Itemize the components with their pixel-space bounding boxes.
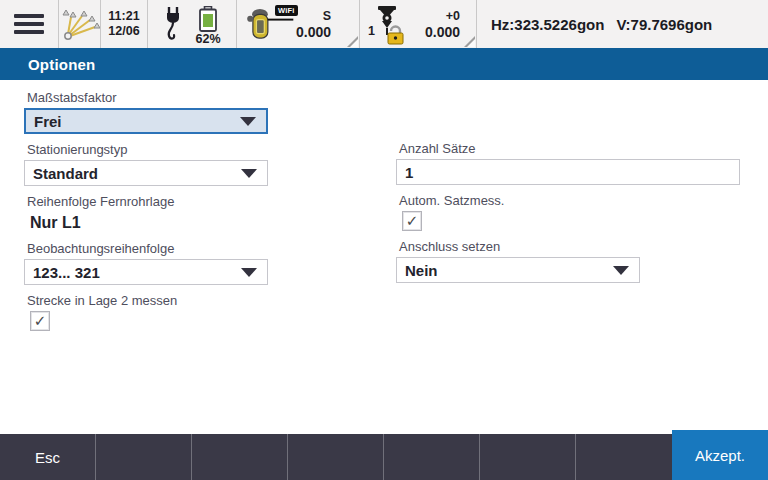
softkey-empty-2 <box>192 434 288 480</box>
clock-tile[interactable]: 11:21 12/06 <box>101 0 148 48</box>
chevron-down-icon <box>240 117 256 126</box>
set-backsight-dropdown[interactable]: Nein <box>396 257 640 283</box>
hamburger-icon <box>14 10 44 39</box>
measure-distance-face2-label: Strecke in Lage 2 messen <box>27 294 268 308</box>
face-order-label: Reihenfolge Fernrohrlage <box>27 195 268 209</box>
observation-order-value: 123... 321 <box>33 264 100 281</box>
softkey-empty-5 <box>480 434 576 480</box>
form-left-column: Maßstabsfaktor Frei Stationierungstyp St… <box>24 91 268 340</box>
checkmark-icon: ✓ <box>34 312 47 330</box>
accept-button[interactable]: Akzept. <box>672 430 768 480</box>
station-type-label: Stationierungstyp <box>27 143 268 157</box>
battery-percent: 62% <box>195 32 220 46</box>
chevron-down-icon <box>613 266 629 275</box>
v-angle: V:79.7696gon <box>616 16 712 33</box>
battery-icon <box>198 6 218 32</box>
field-station-type: Stationierungstyp Standard <box>24 143 268 186</box>
instrument-mode-label: S <box>323 8 331 24</box>
set-backsight-value: Nein <box>405 262 438 279</box>
field-observation-order: Beobachtungsreihenfolge 123... 321 <box>24 242 268 285</box>
power-status-tile[interactable]: 62% <box>148 0 237 48</box>
field-measure-distance-face2: Strecke in Lage 2 messen ✓ <box>24 294 268 331</box>
number-of-rounds-label: Anzahl Sätze <box>399 142 740 156</box>
esc-button[interactable]: Esc <box>0 434 96 480</box>
field-number-of-rounds: Anzahl Sätze <box>396 142 740 185</box>
instrument-value: 0.000 <box>296 24 331 40</box>
instrument-connection-tile[interactable]: WiFi S 0.000 <box>237 0 360 48</box>
time-text: 11:21 <box>108 9 139 24</box>
scale-factor-value: Frei <box>34 113 62 130</box>
station-type-value: Standard <box>33 165 98 182</box>
scale-factor-label: Maßstabsfaktor <box>27 91 268 105</box>
target-prism-tile[interactable]: 1 +0 0.000 <box>360 0 477 48</box>
softkey-empty-6 <box>576 434 672 480</box>
station-type-dropdown[interactable]: Standard <box>24 160 268 186</box>
resection-rays-icon <box>60 6 100 42</box>
target-height: +0 <box>446 8 460 24</box>
chevron-down-icon <box>241 169 257 178</box>
checkmark-icon: ✓ <box>406 212 419 230</box>
chevron-down-icon <box>241 268 257 277</box>
field-scale-factor: Maßstabsfaktor Frei <box>24 91 268 134</box>
number-of-rounds-input[interactable] <box>396 159 740 185</box>
esc-label: Esc <box>35 449 60 466</box>
hz-angle: Hz:323.5226gon <box>491 16 604 33</box>
measure-distance-face2-checkbox[interactable]: ✓ <box>30 311 50 331</box>
observation-order-dropdown[interactable]: 123... 321 <box>24 259 268 285</box>
wifi-badge: WiFi <box>275 5 298 16</box>
scale-factor-dropdown[interactable]: Frei <box>24 108 268 134</box>
face-order-value: Nur L1 <box>30 213 268 232</box>
field-set-backsight: Anschluss setzen Nein <box>396 240 740 283</box>
field-auto-round-measurement: Autom. Satzmess. ✓ <box>396 194 740 231</box>
auto-round-measurement-label: Autom. Satzmess. <box>399 194 740 208</box>
power-plug-icon <box>163 5 183 43</box>
form-right-column: Anzahl Sätze Autom. Satzmess. ✓ Anschlus… <box>396 142 740 292</box>
field-face-order: Reihenfolge Fernrohrlage Nur L1 <box>24 195 268 232</box>
softkey-bar: Esc <box>0 434 768 480</box>
target-value: 0.000 <box>425 24 460 40</box>
target-id: 1 <box>368 24 375 38</box>
page-header: Optionen <box>0 48 768 80</box>
station-setup-status-tile[interactable] <box>59 0 101 48</box>
date-text: 12/06 <box>108 24 139 39</box>
angle-readout: Hz:323.5226gon V:79.7696gon <box>477 0 768 48</box>
prism-target-icon <box>372 3 406 45</box>
auto-round-measurement-checkbox[interactable]: ✓ <box>402 211 422 231</box>
set-backsight-label: Anschluss setzen <box>399 240 740 254</box>
status-bar: 11:21 12/06 62% <box>0 0 768 48</box>
page-title: Optionen <box>28 56 95 73</box>
softkey-empty-4 <box>384 434 480 480</box>
main-menu-button[interactable] <box>0 0 59 48</box>
softkey-empty-3 <box>288 434 384 480</box>
app-screen: 11:21 12/06 62% <box>0 0 768 480</box>
observation-order-label: Beobachtungsreihenfolge <box>27 242 268 256</box>
softkey-empty-1 <box>96 434 192 480</box>
